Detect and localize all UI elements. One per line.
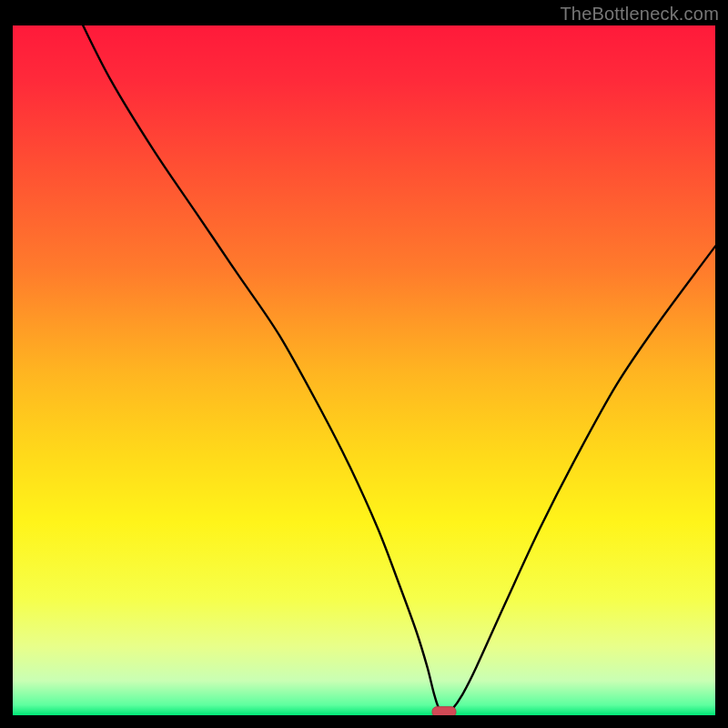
optimal-marker xyxy=(432,707,456,715)
heat-background xyxy=(13,25,715,715)
bottleneck-chart xyxy=(13,25,715,715)
watermark-label: TheBottleneck.com xyxy=(560,4,719,25)
chart-frame: TheBottleneck.com xyxy=(0,0,728,728)
plot-area xyxy=(13,25,715,715)
